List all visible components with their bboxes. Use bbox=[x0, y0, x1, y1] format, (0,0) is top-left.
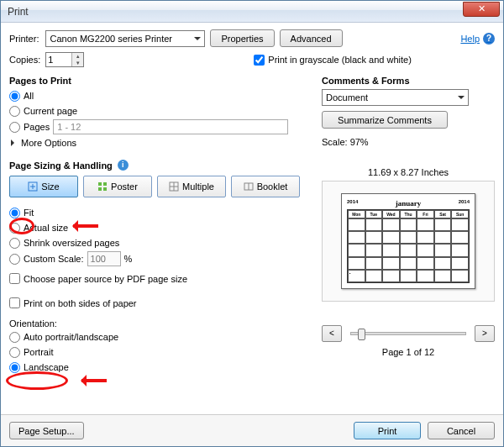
svg-rect-1 bbox=[98, 182, 102, 186]
copies-label: Copies: bbox=[9, 55, 40, 65]
info-icon[interactable]: i bbox=[118, 160, 129, 171]
copies-spinner[interactable]: ▲ ▼ bbox=[45, 52, 84, 67]
copies-up[interactable]: ▲ bbox=[72, 53, 83, 60]
page-setup-button[interactable]: Page Setup... bbox=[9, 422, 84, 439]
more-options-toggle[interactable]: More Options bbox=[11, 138, 313, 148]
properties-button[interactable]: Properties bbox=[210, 29, 274, 47]
right-column: Comments & Forms Document Summarize Comm… bbox=[322, 76, 495, 403]
choose-paper-label: Choose paper source by PDF page size bbox=[24, 274, 187, 284]
radio-pages[interactable] bbox=[9, 122, 20, 133]
preview-dimensions: 11.69 x 8.27 Inches bbox=[322, 167, 495, 177]
copies-row: Copies: ▲ ▼ Print in grayscale (black an… bbox=[9, 52, 495, 67]
radio-actual-size[interactable] bbox=[9, 223, 20, 234]
print-button[interactable]: Print bbox=[354, 422, 421, 439]
page-slider[interactable] bbox=[350, 332, 466, 335]
help-text: Help bbox=[460, 34, 480, 44]
dialog-content: Printer: Canon MG2200 series Printer Pro… bbox=[1, 23, 503, 414]
orientation-heading: Orientation: bbox=[9, 318, 313, 329]
help-link[interactable]: Help ? bbox=[460, 33, 495, 45]
help-icon: ? bbox=[483, 33, 495, 45]
close-button[interactable]: ✕ bbox=[463, 2, 500, 17]
preview-nav: < > bbox=[322, 325, 495, 342]
pages-to-print-heading: Pages to Print bbox=[9, 76, 313, 86]
printer-select[interactable]: Canon MG2200 series Printer bbox=[45, 30, 205, 47]
size-tab[interactable]: Size bbox=[9, 176, 78, 197]
radio-custom-scale[interactable] bbox=[9, 254, 20, 265]
multiple-icon bbox=[169, 181, 179, 192]
preview-page: 2014january2014 MonTueWedThuFriSatSun ▪ bbox=[341, 193, 475, 289]
size-tab-label: Size bbox=[41, 181, 59, 192]
radio-portrait-label: Portrait bbox=[24, 345, 53, 359]
cancel-button[interactable]: Cancel bbox=[428, 422, 495, 439]
radio-custom-scale-label: Custom Scale: bbox=[24, 252, 84, 266]
printer-label: Printer: bbox=[9, 34, 39, 44]
printer-selected-text: Canon MG2200 series Printer bbox=[50, 34, 172, 44]
copies-input[interactable] bbox=[46, 55, 70, 65]
radio-all-label: All bbox=[24, 89, 34, 103]
more-options-label: More Options bbox=[21, 138, 76, 148]
booklet-tab-label: Booklet bbox=[257, 181, 288, 192]
next-page-button[interactable]: > bbox=[475, 325, 495, 342]
comments-select[interactable]: Document bbox=[322, 89, 469, 106]
radio-fit-label: Fit bbox=[24, 206, 34, 219]
poster-tab-label: Poster bbox=[111, 181, 138, 192]
percent-label: % bbox=[124, 252, 133, 266]
multiple-tab-label: Multiple bbox=[182, 181, 214, 192]
triangle-icon bbox=[11, 139, 18, 146]
radio-auto-orient[interactable] bbox=[9, 332, 20, 343]
preview-area: 11.69 x 8.27 Inches 2014january2014 MonT… bbox=[322, 167, 495, 302]
grayscale-checkbox[interactable] bbox=[254, 55, 265, 66]
radio-landscape-label: Landscape bbox=[24, 360, 69, 374]
page-sizing-heading: Page Sizing & Handling bbox=[9, 160, 113, 171]
dialog-footer: Page Setup... Print Cancel bbox=[1, 414, 503, 446]
radio-all[interactable] bbox=[9, 91, 20, 102]
annotation-circle-landscape bbox=[6, 371, 68, 390]
radio-shrink[interactable] bbox=[9, 238, 20, 249]
comments-forms-heading: Comments & Forms bbox=[322, 76, 495, 86]
left-column: Pages to Print All Current page Pages Mo… bbox=[9, 76, 313, 403]
both-sides-checkbox[interactable] bbox=[9, 297, 20, 308]
poster-tab[interactable]: Poster bbox=[83, 176, 152, 197]
radio-actual-size-label: Actual size bbox=[24, 221, 68, 234]
radio-fit[interactable] bbox=[9, 208, 20, 218]
radio-landscape[interactable] bbox=[9, 362, 20, 373]
radio-shrink-label: Shrink oversized pages bbox=[24, 236, 119, 250]
svg-rect-2 bbox=[103, 182, 107, 186]
both-sides-label: Print on both sides of paper bbox=[24, 298, 137, 308]
print-dialog: Print ✕ Printer: Canon MG2200 series Pri… bbox=[0, 0, 504, 447]
scale-label: Scale: 97% bbox=[322, 137, 495, 147]
page-indicator: Page 1 of 12 bbox=[322, 347, 495, 357]
radio-current-page-label: Current page bbox=[24, 104, 77, 118]
radio-pages-label: Pages bbox=[24, 120, 50, 134]
svg-rect-3 bbox=[98, 187, 102, 191]
titlebar: Print ✕ bbox=[1, 1, 503, 23]
summarize-comments-button[interactable]: Summarize Comments bbox=[322, 111, 448, 129]
advanced-button[interactable]: Advanced bbox=[280, 29, 343, 47]
slider-thumb[interactable] bbox=[358, 329, 365, 340]
grayscale-label: Print in grayscale (black and white) bbox=[268, 55, 412, 65]
custom-scale-input[interactable] bbox=[87, 251, 121, 266]
multiple-tab[interactable]: Multiple bbox=[157, 176, 226, 197]
choose-paper-checkbox[interactable] bbox=[9, 273, 20, 284]
radio-auto-orient-label: Auto portrait/landscape bbox=[24, 330, 118, 344]
copies-down[interactable]: ▼ bbox=[72, 60, 83, 66]
radio-current-page[interactable] bbox=[9, 106, 20, 117]
booklet-icon bbox=[244, 181, 254, 192]
svg-rect-4 bbox=[103, 187, 107, 191]
booklet-tab[interactable]: Booklet bbox=[231, 176, 300, 197]
grayscale-checkbox-row[interactable]: Print in grayscale (black and white) bbox=[254, 55, 412, 66]
preview-box: 2014january2014 MonTueWedThuFriSatSun ▪ bbox=[322, 181, 495, 302]
annotation-arrow-landscape bbox=[75, 375, 107, 387]
comments-selected-text: Document bbox=[326, 92, 368, 103]
size-icon bbox=[28, 181, 38, 192]
printer-row: Printer: Canon MG2200 series Printer Pro… bbox=[9, 29, 495, 47]
prev-page-button[interactable]: < bbox=[322, 325, 342, 342]
radio-portrait[interactable] bbox=[9, 347, 20, 358]
pages-range-input[interactable] bbox=[53, 119, 288, 134]
window-title: Print bbox=[8, 6, 29, 18]
poster-icon bbox=[97, 181, 108, 192]
